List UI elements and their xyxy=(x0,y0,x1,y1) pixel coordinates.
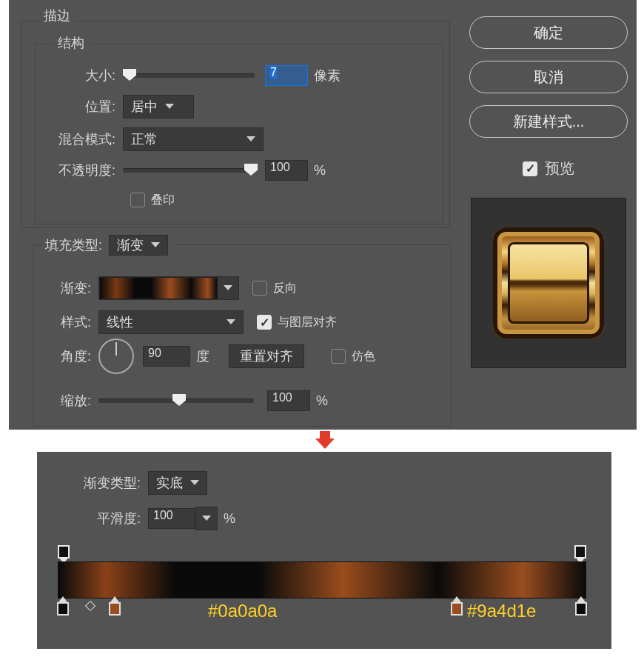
filltype-legend: 填充类型: 渐变 xyxy=(41,235,172,256)
blend-value: 正常 xyxy=(131,130,158,148)
scale-row: 缩放: 100 % xyxy=(33,387,451,414)
ok-button[interactable]: 确定 xyxy=(469,16,628,49)
chevron-down-icon xyxy=(165,102,174,111)
gradient-bar[interactable]: #0a0a0a #9a4d1e xyxy=(58,561,586,598)
size-unit: 像素 xyxy=(314,67,341,84)
gradtype-row: 渐变类型: 实底 xyxy=(59,470,207,496)
slider-thumb-icon[interactable] xyxy=(123,69,136,81)
angle-input[interactable]: 90 xyxy=(143,346,190,367)
gradient-row: 渐变: 反向 xyxy=(33,275,297,301)
color-stop[interactable] xyxy=(451,602,463,616)
chevron-down-icon xyxy=(190,478,199,487)
hex-annotation-1: #0a0a0a xyxy=(208,601,277,621)
structure-fieldset: 结构 大小: 7 像素 位置: 居中 混合模式: xyxy=(35,44,443,224)
align-checkbox[interactable] xyxy=(257,315,272,330)
position-select[interactable]: 居中 xyxy=(123,95,194,119)
blend-label: 混合模式: xyxy=(36,130,115,148)
size-label: 大小: xyxy=(36,67,115,84)
opacity-slider[interactable] xyxy=(123,168,255,173)
filltype-label: 填充类型: xyxy=(45,238,102,253)
smooth-row: 平滑度: 100 % xyxy=(59,505,235,532)
size-row: 大小: 7 像素 xyxy=(36,62,443,89)
overprint-checkbox[interactable] xyxy=(130,193,145,207)
layer-style-panel: 描边 结构 大小: 7 像素 位置: 居中 xyxy=(9,0,637,430)
color-stop[interactable] xyxy=(57,602,69,616)
reset-align-button[interactable]: 重置对齐 xyxy=(229,344,304,368)
style-preview-panel xyxy=(471,198,626,368)
blend-row: 混合模式: 正常 xyxy=(36,126,264,153)
size-value: 7 xyxy=(270,66,277,79)
dither-checkbox[interactable] xyxy=(331,349,346,364)
dither-label: 仿色 xyxy=(352,349,375,364)
opacity-label: 不透明度: xyxy=(36,161,115,179)
position-label: 位置: xyxy=(36,98,115,116)
opacity-stop-right[interactable] xyxy=(574,545,586,558)
overprint-row: 叠印 xyxy=(130,187,175,213)
arrow-down-icon xyxy=(315,431,335,449)
smooth-dropdown[interactable] xyxy=(195,507,218,530)
scale-label: 缩放: xyxy=(33,392,91,410)
color-stop[interactable] xyxy=(575,602,587,616)
position-value: 居中 xyxy=(131,98,158,116)
gradtype-value: 实底 xyxy=(156,474,183,492)
stroke-legend: 描边 xyxy=(39,7,75,24)
structure-legend: 结构 xyxy=(53,34,89,52)
smooth-input[interactable]: 100 xyxy=(148,508,195,529)
reverse-label: 反向 xyxy=(273,281,297,296)
size-slider[interactable] xyxy=(123,73,255,78)
chevron-down-icon xyxy=(151,241,160,250)
opacity-unit: % xyxy=(314,163,326,179)
scale-unit: % xyxy=(316,393,328,409)
gradient-editor-panel: 渐变类型: 实底 平滑度: 100 % #0a0a0a #9a4d1e xyxy=(37,452,611,649)
preview-row: 预览 xyxy=(523,159,574,179)
color-stop[interactable] xyxy=(109,602,121,616)
smooth-label: 平滑度: xyxy=(59,510,141,527)
new-style-button[interactable]: 新建样式... xyxy=(469,105,628,138)
gradtype-label: 渐变类型: xyxy=(59,474,141,492)
chevron-down-icon xyxy=(246,135,255,144)
style-row: 样式: 线性 与图层对齐 xyxy=(33,309,337,336)
slider-thumb-icon[interactable] xyxy=(244,164,258,176)
preview-checkbox[interactable] xyxy=(523,161,537,176)
filltype-select[interactable]: 渐变 xyxy=(109,235,168,256)
chevron-down-icon xyxy=(227,318,235,327)
opacity-input[interactable]: 100 xyxy=(265,160,308,181)
fill-fieldset: 填充类型: 渐变 渐变: 反向 样式: 线性 xyxy=(33,244,452,427)
size-input[interactable]: 7 xyxy=(265,65,308,86)
align-label: 与图层对齐 xyxy=(278,315,337,330)
gradient-preview xyxy=(99,277,218,299)
midpoint-diamond-icon[interactable] xyxy=(85,601,95,611)
angle-dial[interactable] xyxy=(98,338,134,374)
chevron-down-icon xyxy=(224,284,232,293)
smooth-unit: % xyxy=(224,511,235,527)
cancel-button[interactable]: 取消 xyxy=(469,61,628,93)
angle-label: 角度: xyxy=(33,347,91,365)
hex-annotation-2: #9a4d1e xyxy=(467,601,536,621)
overprint-label: 叠印 xyxy=(151,193,175,208)
gradient-picker[interactable] xyxy=(98,276,239,300)
angle-row: 角度: 90 度 重置对齐 仿色 xyxy=(33,343,375,370)
stroke-fieldset: 描边 结构 大小: 7 像素 位置: 居中 xyxy=(21,21,450,228)
filltype-value: 渐变 xyxy=(117,236,144,254)
blend-select[interactable]: 正常 xyxy=(123,127,264,151)
gradtype-select[interactable]: 实底 xyxy=(148,471,207,495)
opacity-row: 不透明度: 100 % xyxy=(36,157,443,184)
style-label: 样式: xyxy=(33,313,91,331)
slider-thumb-icon[interactable] xyxy=(172,394,186,406)
style-select[interactable]: 线性 xyxy=(98,310,244,334)
gradient-label: 渐变: xyxy=(33,279,91,297)
scale-slider[interactable] xyxy=(98,398,254,403)
angle-unit: 度 xyxy=(196,347,209,365)
preview-label: 预览 xyxy=(545,159,574,179)
right-column: 确定 取消 新建样式... 预览 xyxy=(468,16,629,368)
scale-input[interactable]: 100 xyxy=(267,390,310,411)
opacity-stop-left[interactable] xyxy=(58,545,70,558)
chevron-down-icon xyxy=(202,514,211,523)
style-value: 线性 xyxy=(107,313,133,331)
style-preview-swatch xyxy=(493,227,604,338)
reverse-checkbox[interactable] xyxy=(252,281,267,296)
position-row: 位置: 居中 xyxy=(36,93,194,120)
